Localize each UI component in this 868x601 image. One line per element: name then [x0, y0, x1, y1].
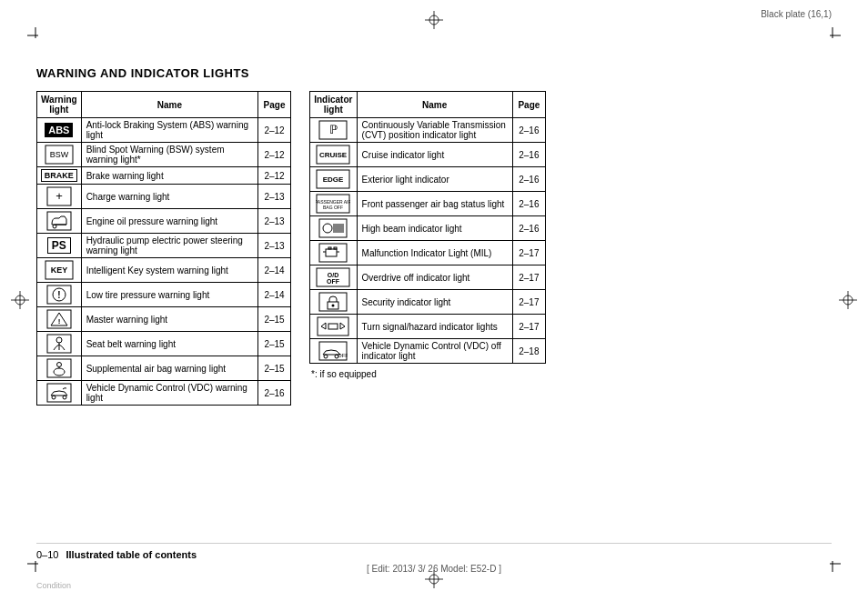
indicator-table-header: Indicatorlight Name Page [310, 92, 546, 118]
indicator-icon-turn [310, 315, 358, 339]
indicator-page-od-off: 2–17 [512, 265, 545, 290]
reg-mark-left [11, 291, 29, 311]
indicator-name-edge: Exterior light indicator [357, 167, 512, 192]
warning-icon-charge: + [37, 185, 82, 209]
svg-text:BAG OFF: BAG OFF [323, 205, 343, 210]
warning-icon-abs: ABS [37, 118, 82, 143]
footnote: *: if so equipped [309, 369, 546, 379]
bottom-title: Illustrated table of contents [66, 549, 197, 560]
warning-page-tire: 2–14 [258, 283, 291, 307]
page-ref: 0–10 [36, 549, 58, 560]
warning-page-oil: 2–13 [258, 209, 291, 234]
indicator-name-airbag-status: Front passenger air bag status light [357, 192, 512, 216]
warning-name-abs: Anti-lock Braking System (ABS) warning l… [81, 118, 258, 143]
warning-page-abs: 2–12 [258, 118, 291, 143]
table-row: O/D OFF Overdrive off indicator light 2–… [310, 265, 546, 290]
warning-name-master: Master warning light [81, 307, 258, 332]
indicator-page-mil: 2–17 [512, 241, 545, 265]
indicator-icon-airbag-status: PASSENGER AIR BAG OFF [310, 192, 358, 216]
page-container: Black plate (16,1) WARNING AND INDICATOR… [0, 0, 868, 601]
warning-icon-seatbelt [37, 332, 82, 356]
tables-container: Warninglight Name Page ABS Anti-lock Bra… [36, 91, 832, 406]
indicator-icon-highbeam [310, 216, 358, 241]
indicator-page-turn: 2–17 [512, 315, 545, 339]
table-row: CRUISE Cruise indicator light 2–16 [310, 143, 546, 167]
plate-info: Black plate (16,1) [761, 9, 832, 19]
table-row: Turn signal/hazard indicator lights 2–17 [310, 315, 546, 339]
indicator-page-cruise: 2–16 [512, 143, 545, 167]
indicator-page-cvt: 2–16 [512, 118, 545, 143]
svg-point-40 [54, 368, 65, 376]
indicator-page-edge: 2–16 [512, 167, 545, 192]
svg-rect-62 [326, 249, 337, 256]
warning-name-bsw: Blind Spot Warning (BSW) system warning … [81, 143, 258, 167]
svg-point-72 [332, 305, 335, 307]
svg-rect-73 [318, 317, 348, 336]
warning-name-tire: Low tire pressure warning light [81, 283, 258, 307]
warning-name-vdc: Vehicle Dynamic Control (VDC) warning li… [81, 381, 258, 406]
indicator-page-security: 2–17 [512, 290, 545, 315]
corner-mark-tr [824, 27, 841, 45]
bottom-section: 0–10 Illustrated table of contents [ Edi… [36, 543, 832, 574]
warning-page-brake: 2–12 [258, 167, 291, 185]
table-row: EDGE Exterior light indicator 2–16 [310, 167, 546, 192]
svg-rect-76 [328, 324, 338, 329]
svg-marker-74 [321, 323, 326, 329]
edit-info: [ Edit: 2013/ 3/ 26 Model: E52-D ] [36, 564, 832, 574]
indicator-name-od-off: Overdrive off indicator light [357, 265, 512, 290]
condition-label: Condition [36, 581, 71, 590]
table-row: Vehicle Dynamic Control (VDC) warning li… [37, 381, 291, 406]
svg-point-44 [63, 396, 66, 399]
svg-text:ℙ: ℙ [329, 123, 338, 136]
reg-mark-right [839, 291, 857, 311]
warning-page-master: 2–15 [258, 307, 291, 332]
indicator-page-vdc-off: 2–18 [512, 339, 545, 364]
indicator-col3-header: Page [512, 92, 545, 118]
indicator-name-turn: Turn signal/hazard indicator lights [357, 315, 512, 339]
svg-text:!: ! [57, 317, 60, 326]
indicator-icon-vdc-off: OFF [310, 339, 358, 364]
warning-name-oil: Engine oil pressure warning light [81, 209, 258, 234]
warning-table: Warninglight Name Page ABS Anti-lock Bra… [36, 91, 291, 406]
svg-text:KEY: KEY [51, 265, 68, 275]
warning-icon-brake: BRAKE [37, 167, 82, 185]
svg-rect-63 [328, 247, 331, 249]
warning-icon-oil [37, 209, 82, 234]
table-row: PS Hydraulic pump electric power steerin… [37, 234, 291, 258]
warning-name-charge: Charge warning light [81, 185, 258, 209]
svg-rect-61 [319, 244, 347, 262]
indicator-name-cvt: Continuously Variable Transmission (CVT)… [357, 118, 512, 143]
svg-text:EDGE: EDGE [323, 175, 344, 184]
indicator-section: Indicatorlight Name Page ℙ [309, 91, 546, 379]
table-row: Security indicator light 2–17 [310, 290, 546, 315]
warning-icon-key: KEY [37, 258, 82, 283]
warning-table-header: Warninglight Name Page [37, 92, 291, 118]
indicator-page-airbag-status: 2–16 [512, 192, 545, 216]
table-row: BRAKE Brake warning light 2–12 [37, 167, 291, 185]
table-row: OFF Vehicle Dynamic Control (VDC) off in… [310, 339, 546, 364]
svg-text:OFF: OFF [338, 353, 348, 358]
indicator-icon-cvt: ℙ [310, 118, 358, 143]
svg-point-78 [324, 355, 328, 358]
warning-page-seatbelt: 2–15 [258, 332, 291, 356]
svg-point-36 [56, 337, 62, 343]
table-row: High beam indicator light 2–16 [310, 216, 546, 241]
warning-icon-master: ! [37, 307, 82, 332]
indicator-col2-header: Name [357, 92, 512, 118]
warning-name-airbag: Supplemental air bag warning light [81, 356, 258, 381]
warning-icon-tire: ! [37, 283, 82, 307]
page-title: WARNING AND INDICATOR LIGHTS [36, 66, 832, 80]
table-row: Seat belt warning light 2–15 [37, 332, 291, 356]
indicator-col1-header: Indicatorlight [310, 92, 358, 118]
reg-mark-top [425, 11, 443, 31]
svg-text:!: ! [57, 290, 60, 300]
corner-mark-tl [27, 27, 44, 45]
svg-point-26 [53, 225, 56, 228]
svg-rect-24 [47, 212, 71, 230]
svg-text:CRUISE: CRUISE [319, 151, 348, 159]
indicator-name-mil: Malfunction Indicator Light (MIL) [357, 241, 512, 265]
indicator-icon-security [310, 290, 358, 315]
table-row: ! Master warning light 2–15 [37, 307, 291, 332]
warning-page-bsw: 2–12 [258, 143, 291, 167]
warning-icon-vdc [37, 381, 82, 406]
